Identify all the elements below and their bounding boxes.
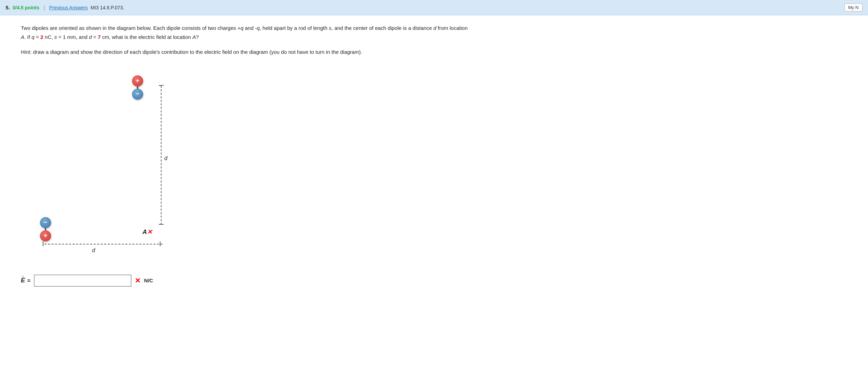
- unit-label: N/C: [144, 277, 153, 283]
- dashed-vertical-line: [161, 86, 162, 225]
- a-cross-marker: ✕: [147, 229, 152, 235]
- tick-right: [160, 241, 160, 246]
- location-a: A✕: [142, 228, 152, 236]
- negative-symbol: −: [136, 90, 140, 98]
- positive-charge-top: +: [132, 75, 143, 86]
- question-number: 5.: [6, 5, 10, 10]
- previous-answers-link[interactable]: Previous Answers: [49, 5, 88, 10]
- tick-bottom: [159, 224, 164, 225]
- e-vector-symbol: → E: [21, 277, 25, 284]
- negative-charge-top: −: [132, 89, 143, 100]
- problem-text-part2: nC, s = 1 mm, and d =: [43, 34, 98, 40]
- e-field-label: → E =: [21, 277, 31, 284]
- dipole-vertical: + −: [132, 75, 143, 100]
- dipole-horizontal: − +: [40, 217, 51, 241]
- positive-charge-left: +: [40, 230, 51, 241]
- d-value: 7: [98, 34, 100, 40]
- my-notes-button[interactable]: My N: [844, 3, 862, 11]
- incorrect-icon: ✕: [135, 276, 141, 285]
- separator: |: [44, 5, 45, 10]
- positive-symbol: +: [136, 77, 140, 84]
- problem-id: MI3 14.6.P.073.: [91, 5, 124, 10]
- negative-charge-left: −: [40, 217, 51, 228]
- answer-row: → E = ✕ N/C: [21, 275, 472, 287]
- answer-input[interactable]: [34, 275, 131, 287]
- problem-text-part3: cm, what is the electric field at locati…: [101, 34, 199, 40]
- q-value: 2: [40, 34, 43, 40]
- negative-symbol-left: −: [44, 219, 48, 226]
- dashed-horizontal-line: [44, 244, 163, 244]
- main-content: Two dipoles are oriented as shown in the…: [0, 15, 486, 295]
- tick-top: [159, 85, 164, 86]
- header-bar: 5. 0/4.5 points | Previous Answers MI3 1…: [0, 0, 868, 15]
- hint-text: Hint: draw a diagram and show the direct…: [21, 48, 472, 57]
- diagram-area: d + − A✕ − +: [21, 65, 208, 266]
- problem-text: Two dipoles are oriented as shown in the…: [21, 24, 472, 41]
- points-badge: 0/4.5 points: [13, 5, 40, 10]
- d-label-vertical: d: [164, 155, 167, 161]
- a-label: A: [142, 229, 147, 235]
- tick-left: [43, 241, 43, 246]
- d-label-horizontal: d: [92, 247, 95, 254]
- positive-symbol-left: +: [44, 232, 48, 239]
